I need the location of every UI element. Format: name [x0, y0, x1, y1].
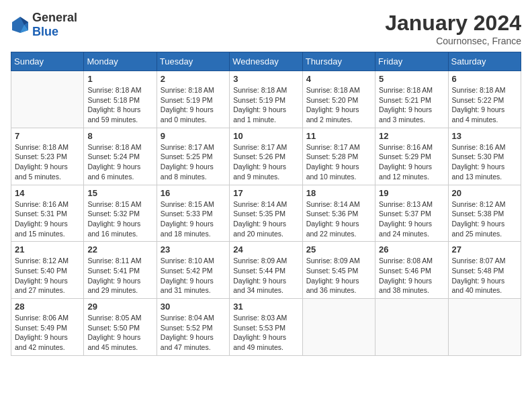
calendar-cell: 11Sunrise: 8:17 AMSunset: 5:28 PMDayligh…: [302, 128, 375, 185]
logo-icon: [11, 15, 30, 34]
calendar-cell: [302, 299, 375, 356]
calendar-cell: [448, 299, 521, 356]
logo-blue: Blue: [32, 25, 58, 38]
page-header: General Blue January 2024 Cournonsec, Fr…: [11, 11, 521, 46]
day-number: 18: [306, 188, 371, 198]
day-info: Sunrise: 8:18 AMSunset: 5:19 PMDaylight:…: [233, 85, 298, 125]
day-info: Sunrise: 8:16 AMSunset: 5:29 PMDaylight:…: [379, 142, 444, 182]
calendar-cell: 13Sunrise: 8:16 AMSunset: 5:30 PMDayligh…: [448, 128, 521, 185]
day-number: 7: [15, 131, 80, 141]
calendar-week-row: 14Sunrise: 8:16 AMSunset: 5:31 PMDayligh…: [11, 185, 521, 242]
calendar-cell: 28Sunrise: 8:06 AMSunset: 5:49 PMDayligh…: [11, 299, 84, 356]
day-info: Sunrise: 8:18 AMSunset: 5:22 PMDaylight:…: [452, 85, 517, 125]
day-number: 13: [452, 131, 517, 141]
day-info: Sunrise: 8:18 AMSunset: 5:21 PMDaylight:…: [379, 85, 444, 125]
calendar-cell: 26Sunrise: 8:08 AMSunset: 5:46 PMDayligh…: [375, 242, 448, 299]
day-number: 20: [452, 188, 517, 198]
day-info: Sunrise: 8:15 AMSunset: 5:32 PMDaylight:…: [87, 199, 152, 239]
calendar-cell: 4Sunrise: 8:18 AMSunset: 5:20 PMDaylight…: [302, 71, 375, 128]
logo: General Blue: [11, 11, 77, 39]
logo-text: General Blue: [32, 11, 77, 39]
logo-general: General: [32, 11, 77, 24]
calendar-cell: 5Sunrise: 8:18 AMSunset: 5:21 PMDaylight…: [375, 71, 448, 128]
calendar-week-row: 28Sunrise: 8:06 AMSunset: 5:49 PMDayligh…: [11, 299, 521, 356]
day-number: 30: [161, 302, 226, 312]
day-number: 27: [452, 244, 517, 255]
calendar-cell: 7Sunrise: 8:18 AMSunset: 5:23 PMDaylight…: [11, 128, 84, 185]
calendar-cell: 14Sunrise: 8:16 AMSunset: 5:31 PMDayligh…: [11, 185, 84, 242]
day-info: Sunrise: 8:11 AMSunset: 5:41 PMDaylight:…: [87, 256, 152, 295]
day-info: Sunrise: 8:18 AMSunset: 5:24 PMDaylight:…: [87, 142, 152, 182]
day-info: Sunrise: 8:18 AMSunset: 5:20 PMDaylight:…: [306, 85, 371, 125]
day-number: 15: [87, 188, 152, 198]
day-number: 3: [233, 74, 298, 84]
calendar-week-row: 21Sunrise: 8:12 AMSunset: 5:40 PMDayligh…: [11, 242, 521, 299]
day-number: 21: [15, 244, 80, 255]
calendar-cell: 21Sunrise: 8:12 AMSunset: 5:40 PMDayligh…: [11, 242, 84, 299]
day-number: 28: [15, 302, 80, 312]
calendar-cell: 12Sunrise: 8:16 AMSunset: 5:29 PMDayligh…: [375, 128, 448, 185]
calendar-cell: 6Sunrise: 8:18 AMSunset: 5:22 PMDaylight…: [448, 71, 521, 128]
calendar-cell: 31Sunrise: 8:03 AMSunset: 5:53 PMDayligh…: [230, 299, 302, 356]
weekday-header-tuesday: Tuesday: [157, 52, 229, 71]
day-info: Sunrise: 8:07 AMSunset: 5:48 PMDaylight:…: [452, 256, 517, 295]
title-block: January 2024 Cournonsec, France: [385, 11, 521, 46]
day-number: 1: [87, 74, 152, 84]
calendar-cell: 17Sunrise: 8:14 AMSunset: 5:35 PMDayligh…: [230, 185, 302, 242]
calendar-week-row: 1Sunrise: 8:18 AMSunset: 5:18 PMDaylight…: [11, 71, 521, 128]
calendar-cell: 15Sunrise: 8:15 AMSunset: 5:32 PMDayligh…: [84, 185, 157, 242]
day-number: 16: [161, 188, 226, 198]
day-info: Sunrise: 8:09 AMSunset: 5:45 PMDaylight:…: [306, 256, 371, 295]
day-number: 22: [87, 244, 152, 255]
day-info: Sunrise: 8:12 AMSunset: 5:38 PMDaylight:…: [452, 199, 517, 239]
calendar-cell: 20Sunrise: 8:12 AMSunset: 5:38 PMDayligh…: [448, 185, 521, 242]
weekday-header-thursday: Thursday: [302, 52, 375, 71]
day-info: Sunrise: 8:14 AMSunset: 5:36 PMDaylight:…: [306, 199, 371, 239]
weekday-header-friday: Friday: [375, 52, 448, 71]
day-info: Sunrise: 8:12 AMSunset: 5:40 PMDaylight:…: [15, 256, 80, 295]
calendar-cell: 23Sunrise: 8:10 AMSunset: 5:42 PMDayligh…: [157, 242, 229, 299]
day-info: Sunrise: 8:18 AMSunset: 5:23 PMDaylight:…: [15, 142, 80, 182]
location-subtitle: Cournonsec, France: [385, 36, 521, 46]
weekday-header-monday: Monday: [84, 52, 157, 71]
calendar-cell: 16Sunrise: 8:15 AMSunset: 5:33 PMDayligh…: [157, 185, 229, 242]
day-info: Sunrise: 8:17 AMSunset: 5:28 PMDaylight:…: [306, 142, 371, 182]
day-number: 24: [233, 244, 298, 255]
calendar-cell: 25Sunrise: 8:09 AMSunset: 5:45 PMDayligh…: [302, 242, 375, 299]
day-info: Sunrise: 8:08 AMSunset: 5:46 PMDaylight:…: [379, 256, 444, 295]
day-number: 4: [306, 74, 371, 84]
day-number: 14: [15, 188, 80, 198]
day-number: 5: [379, 74, 444, 84]
day-number: 17: [233, 188, 298, 198]
calendar-cell: 8Sunrise: 8:18 AMSunset: 5:24 PMDaylight…: [84, 128, 157, 185]
calendar-cell: 1Sunrise: 8:18 AMSunset: 5:18 PMDaylight…: [84, 71, 157, 128]
day-info: Sunrise: 8:18 AMSunset: 5:18 PMDaylight:…: [87, 85, 152, 125]
day-number: 31: [233, 302, 298, 312]
day-info: Sunrise: 8:04 AMSunset: 5:52 PMDaylight:…: [161, 313, 226, 353]
weekday-header-saturday: Saturday: [448, 52, 521, 71]
calendar-cell: 30Sunrise: 8:04 AMSunset: 5:52 PMDayligh…: [157, 299, 229, 356]
calendar-cell: 24Sunrise: 8:09 AMSunset: 5:44 PMDayligh…: [230, 242, 302, 299]
day-number: 2: [161, 74, 226, 84]
calendar-table: SundayMondayTuesdayWednesdayThursdayFrid…: [11, 52, 521, 356]
day-info: Sunrise: 8:10 AMSunset: 5:42 PMDaylight:…: [161, 256, 226, 295]
calendar-cell: [11, 71, 84, 128]
weekday-header-row: SundayMondayTuesdayWednesdayThursdayFrid…: [11, 52, 521, 71]
day-info: Sunrise: 8:09 AMSunset: 5:44 PMDaylight:…: [233, 256, 298, 295]
day-number: 6: [452, 74, 517, 84]
day-info: Sunrise: 8:05 AMSunset: 5:50 PMDaylight:…: [87, 313, 152, 353]
day-info: Sunrise: 8:18 AMSunset: 5:19 PMDaylight:…: [161, 85, 226, 125]
day-number: 8: [87, 131, 152, 141]
day-info: Sunrise: 8:13 AMSunset: 5:37 PMDaylight:…: [379, 199, 444, 239]
day-info: Sunrise: 8:16 AMSunset: 5:31 PMDaylight:…: [15, 199, 80, 239]
day-info: Sunrise: 8:16 AMSunset: 5:30 PMDaylight:…: [452, 142, 517, 182]
day-number: 23: [161, 244, 226, 255]
calendar-cell: [375, 299, 448, 356]
day-number: 25: [306, 244, 371, 255]
day-info: Sunrise: 8:17 AMSunset: 5:26 PMDaylight:…: [233, 142, 298, 182]
day-number: 11: [306, 131, 371, 141]
calendar-cell: 3Sunrise: 8:18 AMSunset: 5:19 PMDaylight…: [230, 71, 302, 128]
calendar-cell: 19Sunrise: 8:13 AMSunset: 5:37 PMDayligh…: [375, 185, 448, 242]
day-info: Sunrise: 8:15 AMSunset: 5:33 PMDaylight:…: [161, 199, 226, 239]
day-number: 19: [379, 188, 444, 198]
